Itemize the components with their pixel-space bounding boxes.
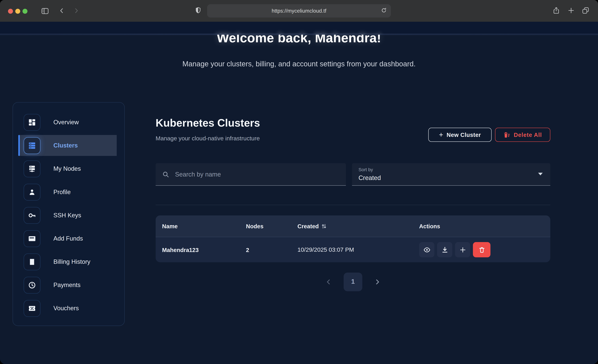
person-icon	[28, 188, 36, 196]
chevron-right-icon	[374, 279, 381, 285]
pagination: 1	[156, 272, 550, 291]
back-button[interactable]	[58, 7, 65, 14]
sidebar-item-label: Payments	[53, 281, 81, 288]
table-header-row: Name Nodes Created Actions	[156, 215, 550, 237]
hero-band	[0, 22, 598, 33]
column-header-created[interactable]: Created	[298, 223, 419, 229]
sidebar-item-label: Clusters	[53, 142, 78, 149]
previous-page-button[interactable]	[325, 279, 332, 285]
cluster-nodes-cell: 2	[246, 247, 298, 253]
sort-by-label: Sort by	[358, 167, 373, 172]
dashboard-icon	[28, 118, 36, 126]
cluster-name-cell: Mahendra123	[162, 247, 246, 253]
tab-overview-icon[interactable]	[581, 7, 590, 14]
column-header-nodes: Nodes	[246, 223, 298, 229]
chevron-down-icon	[538, 173, 543, 175]
screenshot-stage: https://myceliumcloud.tf	[0, 0, 598, 364]
clock-icon	[28, 281, 36, 289]
search-icon	[162, 171, 169, 178]
cluster-created-cell: 10/29/2025 03:07 PM	[298, 246, 419, 253]
privacy-shield-icon[interactable]	[194, 7, 202, 14]
key-icon	[28, 211, 36, 220]
page-number-button[interactable]: 1	[344, 273, 362, 291]
new-tab-icon[interactable]	[567, 7, 575, 14]
ticket-percent-icon	[28, 304, 36, 313]
sidebar-toggle-icon[interactable]	[41, 7, 49, 15]
share-icon[interactable]	[552, 7, 560, 14]
sidebar-item-overview[interactable]: Overview	[13, 110, 124, 134]
address-bar[interactable]: https://myceliumcloud.tf	[207, 4, 391, 17]
view-cluster-button[interactable]	[419, 242, 434, 257]
page-subtitle: Manage your cloud-native infrastructure	[156, 135, 260, 142]
page-content: Welcome back, Mahendra! Welcome back, Ma…	[0, 22, 598, 364]
plus-icon: +	[439, 131, 443, 138]
sidebar-item-add-funds[interactable]: Add Funds	[13, 227, 124, 250]
clusters-table: Name Nodes Created Actions	[156, 215, 550, 262]
page-title: Kubernetes Clusters	[156, 117, 260, 129]
sidebar-item-label: Overview	[53, 119, 79, 126]
search-field[interactable]	[156, 163, 346, 186]
delete-all-button[interactable]: Delete All	[495, 128, 550, 142]
sidebar-item-my-nodes[interactable]: My Nodes	[13, 157, 124, 180]
browser-toolbar: https://myceliumcloud.tf	[0, 0, 598, 22]
url-text: https://myceliumcloud.tf	[272, 8, 326, 14]
eye-icon	[423, 246, 430, 253]
sidebar-item-label: Add Funds	[53, 235, 83, 242]
sidebar-item-label: Vouchers	[53, 305, 79, 312]
minimize-window-button[interactable]	[15, 9, 20, 14]
sort-by-select[interactable]: Sort by Created	[352, 163, 550, 186]
sort-by-value: Created	[358, 174, 381, 182]
download-kubeconfig-button[interactable]	[437, 242, 452, 257]
column-header-actions: Actions	[419, 223, 550, 229]
next-page-button[interactable]	[374, 279, 381, 285]
column-header-name: Name	[162, 223, 246, 229]
plus-icon	[459, 246, 466, 253]
close-window-button[interactable]	[8, 9, 13, 14]
sidebar-item-billing-history[interactable]: Billing History	[13, 250, 124, 273]
section-divider	[156, 205, 550, 205]
sidebar-item-profile[interactable]: Profile	[13, 180, 124, 204]
receipt-icon	[28, 257, 36, 266]
sidebar-item-vouchers[interactable]: Vouchers	[13, 297, 124, 320]
welcome-subtitle: Manage your clusters, billing, and accou…	[0, 60, 598, 68]
chevron-left-icon	[325, 279, 332, 285]
hero-band-strip	[0, 33, 598, 35]
sidebar-item-label: SSH Keys	[53, 212, 81, 218]
browser-window: https://myceliumcloud.tf	[0, 0, 598, 364]
search-input[interactable]	[174, 170, 341, 178]
sort-updown-icon	[322, 223, 326, 229]
new-cluster-button[interactable]: + New Cluster	[428, 128, 491, 142]
sidebar-item-payments[interactable]: Payments	[13, 273, 124, 297]
server-stack-icon	[28, 141, 36, 150]
sidebar-item-label: My Nodes	[53, 165, 81, 172]
sidebar-item-label: Profile	[53, 189, 71, 195]
add-node-button[interactable]	[455, 242, 470, 257]
wallet-icon	[28, 234, 36, 243]
table-row: Mahendra123 2 10/29/2025 03:07 PM	[156, 237, 550, 262]
sidebar-item-clusters[interactable]: Clusters	[13, 134, 124, 157]
reload-icon[interactable]	[381, 7, 387, 15]
node-server-icon	[28, 165, 36, 173]
delete-cluster-button[interactable]	[473, 242, 490, 257]
delete-sweep-icon	[503, 131, 510, 138]
zoom-window-button[interactable]	[23, 9, 28, 14]
sidebar-item-label: Billing History	[53, 258, 91, 265]
sidebar-item-ssh-keys[interactable]: SSH Keys	[13, 204, 124, 227]
row-actions	[419, 242, 550, 257]
sidebar-nav: Overview Clusters	[13, 102, 125, 326]
trash-icon	[478, 246, 485, 253]
download-icon	[441, 246, 448, 253]
forward-button[interactable]	[73, 7, 80, 14]
